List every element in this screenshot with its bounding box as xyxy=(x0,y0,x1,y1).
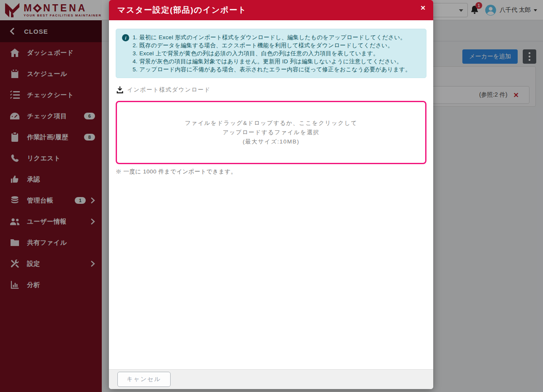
download-template-link[interactable]: インポート様式ダウンロード xyxy=(116,86,426,94)
instruction-line: 3. Excel 上で背景が黄色の列は必須の入力項目、白色の列は任意の入力項目を… xyxy=(133,49,411,57)
download-icon xyxy=(116,86,124,94)
import-instructions-alert: i 1. 最初に Excel 形式のインポート様式をダウンロードし、編集したもの… xyxy=(116,29,426,78)
dropzone-text: (最大サイズ:10MB) xyxy=(243,138,299,146)
modal-header: マスター設定(部品)のインポート ✕ xyxy=(109,0,433,20)
file-dropzone[interactable]: ファイルをドラッグ&ドロップするか、ここをクリックして アップロードするファイル… xyxy=(116,101,426,164)
modal-title: マスター設定(部品)のインポート xyxy=(117,4,247,16)
download-link-label: インポート様式ダウンロード xyxy=(127,86,211,94)
instruction-line: 2. 既存のデータを編集する場合、エクスポート機能を利用して様式をダウンロードし… xyxy=(133,41,411,49)
instruction-line: 5. アップロード内容に不備がある場合、表示されたエラー内容に従って修正をおこな… xyxy=(133,65,411,73)
import-modal: マスター設定(部品)のインポート ✕ i 1. 最初に Excel 形式のインポ… xyxy=(109,0,433,389)
cancel-button[interactable]: キャンセル xyxy=(117,372,171,387)
close-icon[interactable]: ✕ xyxy=(420,4,426,12)
modal-footer: キャンセル xyxy=(109,369,433,389)
dropzone-text: アップロードするファイルを選択 xyxy=(223,129,320,136)
info-icon: i xyxy=(122,34,129,41)
dropzone-text: ファイルをドラッグ&ドロップするか、ここをクリックして xyxy=(185,119,357,127)
instruction-line: 1. 最初に Excel 形式のインポート様式をダウンロードし、編集したものをア… xyxy=(133,33,411,41)
import-limit-note: ※ 一度に 1000 件までインポートできます。 xyxy=(116,168,426,176)
instruction-line: 4. 背景が灰色の項目は編集対象ではありません。更新用 ID 列は編集しないよう… xyxy=(133,57,411,65)
modal-body: i 1. 最初に Excel 形式のインポート様式をダウンロードし、編集したもの… xyxy=(109,20,433,369)
